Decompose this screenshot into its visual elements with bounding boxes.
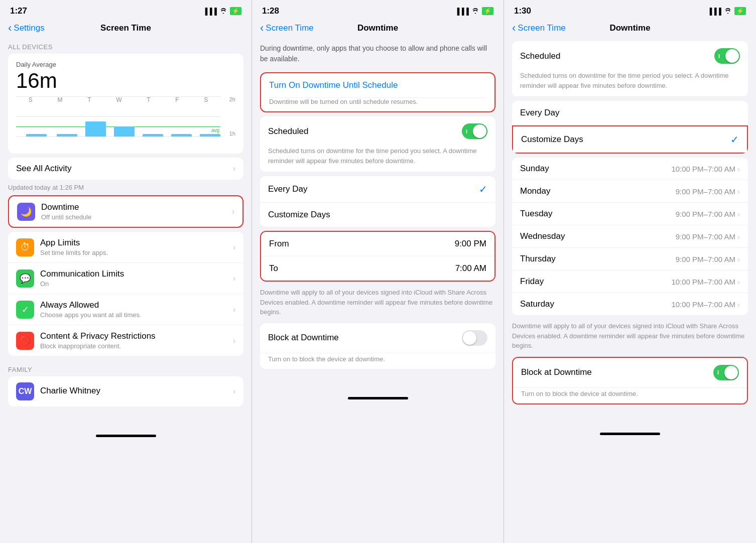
day-time-friday: 10:00 PM–7:00 AM › bbox=[671, 278, 740, 286]
back-label-1[interactable]: Settings bbox=[14, 23, 44, 33]
back-button-2[interactable]: ‹ Screen Time bbox=[260, 22, 314, 35]
app-limits-text: App Limits Set time limits for apps. bbox=[40, 238, 233, 256]
always-allowed-icon: ✓ bbox=[16, 301, 34, 319]
every-day-row-3[interactable]: Every Day bbox=[512, 101, 748, 125]
always-allowed-row[interactable]: ✓ Always Allowed Choose apps you want at… bbox=[8, 294, 243, 325]
day-time-thursday: 9:00 PM–7:00 AM › bbox=[676, 255, 740, 263]
panel2-scroll: During downtime, only apps that you choo… bbox=[252, 37, 503, 520]
day-name-wednesday: Wednesday bbox=[520, 231, 565, 241]
block-label-2: Block at Downtime bbox=[268, 333, 339, 343]
scheduled-toggle-row-3: Scheduled I bbox=[512, 41, 748, 71]
comm-limits-text: Communication Limits On bbox=[40, 269, 233, 288]
from-label: From bbox=[269, 239, 289, 249]
downtime-description: During downtime, only apps that you choo… bbox=[252, 37, 503, 72]
to-label: To bbox=[269, 263, 278, 274]
customize-days-row[interactable]: Customize Days bbox=[260, 203, 495, 227]
bar-tue bbox=[85, 121, 106, 137]
home-indicator-3 bbox=[600, 433, 660, 435]
day-time-wednesday: 9:00 PM–7:00 AM › bbox=[676, 232, 740, 241]
block-at-row-2: Block at Downtime bbox=[260, 323, 495, 353]
downtime-highlighted[interactable]: 🌙 Downtime Off until schedule › bbox=[8, 195, 243, 228]
family-person-text: Charlie Whitney bbox=[40, 386, 233, 397]
every-day-check: ✓ bbox=[479, 183, 487, 195]
content-privacy-row[interactable]: 🚫 Content & Privacy Restrictions Block i… bbox=[8, 325, 243, 356]
scheduled-toggle-row: Scheduled I bbox=[260, 116, 495, 146]
days-card: Sunday 10:00 PM–7:00 AM › Monday 9:00 PM… bbox=[512, 158, 748, 315]
time-1: 1:27 bbox=[10, 6, 27, 16]
y-label-1h: 1h bbox=[229, 130, 235, 137]
turn-on-subtext: Downtime will be turned on until schedul… bbox=[261, 98, 494, 111]
status-bar-2: 1:28 ▐▐▐ ⚡ bbox=[252, 0, 503, 19]
chart-labels-y: 2h 1h bbox=[229, 96, 235, 137]
downtime-title: Downtime bbox=[41, 202, 232, 212]
day-name-tuesday: Tuesday bbox=[520, 209, 553, 219]
block-toggle-2[interactable] bbox=[462, 330, 487, 346]
daily-avg-card: Daily Average 16m bbox=[8, 54, 243, 154]
day-selection-card-3: Every Day Customize Days ✓ bbox=[512, 101, 748, 154]
app-limits-icon: ⏱ bbox=[16, 238, 34, 256]
app-limits-row[interactable]: ⏱ App Limits Set time limits for apps. › bbox=[8, 232, 243, 263]
battery-icon-2: ⚡ bbox=[482, 7, 493, 15]
bar-mon bbox=[57, 134, 77, 137]
bar-sat bbox=[200, 134, 220, 137]
always-allowed-title: Always Allowed bbox=[40, 300, 233, 310]
scheduled-card-3: Scheduled I Scheduled turns on downtime … bbox=[512, 41, 748, 97]
battery-icon-3: ⚡ bbox=[734, 7, 746, 15]
signal-icon-2: ▐▐▐ bbox=[455, 8, 469, 15]
day-row-tuesday[interactable]: Tuesday 9:00 PM–7:00 AM › bbox=[512, 203, 748, 225]
panel1: 1:27 ▐▐▐ ⚡ ‹ Settings Screen Time ALL DE… bbox=[0, 0, 252, 543]
turn-on-btn[interactable]: Turn On Downtime Until Schedule bbox=[261, 73, 494, 97]
back-label-2[interactable]: Screen Time bbox=[266, 23, 313, 33]
see-all-label: See All Activity bbox=[16, 164, 72, 174]
home-indicator-2 bbox=[348, 397, 408, 399]
grid-line-mid bbox=[16, 116, 220, 117]
block-toggle-3[interactable]: I bbox=[713, 365, 739, 380]
block-card-2: Block at Downtime Turn on to block the d… bbox=[260, 323, 495, 369]
wifi-icon-3 bbox=[724, 8, 732, 15]
avg-label: avg bbox=[211, 127, 219, 133]
day-row-friday[interactable]: Friday 10:00 PM–7:00 AM › bbox=[512, 270, 748, 293]
from-row[interactable]: From 9:00 PM bbox=[261, 232, 494, 256]
bar-fri bbox=[171, 134, 192, 137]
back-button-3[interactable]: ‹ Screen Time bbox=[512, 22, 566, 35]
comm-limits-row[interactable]: 💬 Communication Limits On › bbox=[8, 263, 243, 294]
scheduled-toggle[interactable]: I bbox=[462, 123, 487, 139]
day-row-monday[interactable]: Monday 9:00 PM–7:00 AM › bbox=[512, 180, 748, 203]
home-indicator-1 bbox=[96, 435, 156, 437]
downtime-text: Downtime Off until schedule bbox=[41, 202, 232, 221]
family-person-name: Charlie Whitney bbox=[40, 386, 233, 396]
day-row-saturday[interactable]: Saturday 10:00 PM–7:00 AM › bbox=[512, 293, 748, 315]
panel3: 1:30 ▐▐▐ ⚡ ‹ Screen Time Downtime Schedu… bbox=[504, 0, 756, 543]
back-button-1[interactable]: ‹ Settings bbox=[8, 22, 45, 35]
every-day-row[interactable]: Every Day ✓ bbox=[260, 176, 495, 203]
toggle-i-block: I bbox=[717, 369, 719, 375]
downtime-row[interactable]: 🌙 Downtime Off until schedule › bbox=[9, 196, 242, 227]
status-bar-3: 1:30 ▐▐▐ ⚡ bbox=[504, 0, 756, 19]
to-row[interactable]: To 7:00 AM bbox=[261, 256, 494, 281]
day-row-sunday[interactable]: Sunday 10:00 PM–7:00 AM › bbox=[512, 158, 748, 180]
time-3: 1:30 bbox=[514, 6, 531, 16]
turn-on-btn-wrapper[interactable]: Turn On Downtime Until Schedule Downtime… bbox=[260, 72, 495, 112]
day-time-saturday: 10:00 PM–7:00 AM › bbox=[671, 300, 740, 309]
see-all-activity-row[interactable]: See All Activity › bbox=[8, 158, 243, 180]
day-row-wednesday[interactable]: Wednesday 9:00 PM–7:00 AM › bbox=[512, 225, 748, 248]
grid-line-top bbox=[16, 96, 220, 97]
updated-text: Updated today at 1:26 PM bbox=[0, 182, 251, 195]
day-name-sunday: Sunday bbox=[520, 164, 549, 174]
family-avatar: CW bbox=[16, 382, 34, 400]
panel2: 1:28 ▐▐▐ ⚡ ‹ Screen Time Downtime During… bbox=[252, 0, 504, 543]
see-all-chevron: › bbox=[233, 164, 235, 173]
downtime-chevron: › bbox=[232, 207, 234, 216]
day-name-thursday: Thursday bbox=[520, 254, 556, 264]
scheduled-desc: Scheduled turns on downtime for the time… bbox=[260, 146, 495, 172]
to-value: 7:00 AM bbox=[455, 263, 486, 274]
day-row-thursday[interactable]: Thursday 9:00 PM–7:00 AM › bbox=[512, 248, 748, 270]
block-at-row-3: Block at Downtime I bbox=[513, 358, 747, 388]
panel3-scroll: Scheduled I Scheduled turns on downtime … bbox=[504, 37, 756, 520]
family-person-row[interactable]: CW Charlie Whitney › bbox=[8, 376, 243, 406]
scheduled-label: Scheduled bbox=[268, 126, 308, 137]
customize-days-row-highlighted[interactable]: Customize Days ✓ bbox=[512, 125, 748, 154]
page-title-3: Downtime bbox=[609, 23, 650, 33]
back-label-3[interactable]: Screen Time bbox=[518, 23, 565, 33]
scheduled-toggle-3[interactable]: I bbox=[714, 48, 740, 64]
